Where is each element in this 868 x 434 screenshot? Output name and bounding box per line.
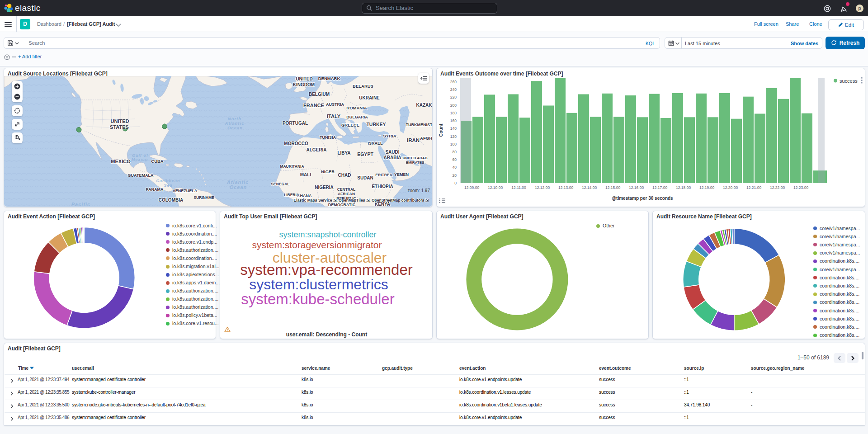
svg-text:SURINAME: SURINAME	[193, 195, 214, 200]
svg-text:40: 40	[453, 165, 457, 170]
svg-text:20: 20	[453, 173, 457, 178]
svg-text:MOROCCO: MOROCCO	[284, 141, 308, 146]
svg-text:MEXICO: MEXICO	[111, 159, 131, 164]
svg-text:TUNISIA: TUNISIA	[320, 135, 336, 140]
svg-text:BELARUS: BELARUS	[353, 84, 373, 89]
svg-text:12:14:00: 12:14:00	[582, 185, 597, 190]
svg-text:CUBA: CUBA	[151, 159, 164, 164]
svg-text:GREECE: GREECE	[341, 123, 359, 127]
svg-text:zoom: 1.97: zoom: 1.97	[408, 188, 430, 193]
svg-text:100: 100	[450, 142, 457, 146]
svg-text:12:20:00: 12:20:00	[723, 185, 738, 190]
svg-text:Mexico: Mexico	[132, 157, 148, 162]
svg-text:SUDAN: SUDAN	[357, 175, 373, 180]
svg-text:12:19:00: 12:19:00	[699, 185, 714, 190]
svg-text:DENMARK: DENMARK	[318, 76, 340, 81]
svg-text:UNITED: UNITED	[296, 76, 312, 81]
svg-text:Ocean: Ocean	[230, 184, 247, 190]
svg-text:SENEGAL: SENEGAL	[271, 182, 289, 186]
svg-text:80: 80	[453, 150, 457, 154]
svg-text:12:12:00: 12:12:00	[535, 185, 550, 190]
svg-text:KAZAK: KAZAK	[416, 103, 433, 108]
svg-text:NIGER: NIGER	[321, 169, 335, 174]
svg-text:BELGIUM: BELGIUM	[309, 92, 330, 97]
svg-text:AFGHA: AFGHA	[420, 136, 432, 141]
svg-text:12:21:00: 12:21:00	[746, 185, 761, 190]
svg-text:TURKMENISTA: TURKMENISTA	[406, 123, 432, 127]
svg-text:Sea: Sea	[164, 183, 172, 188]
svg-text:Caribbean: Caribbean	[156, 179, 180, 183]
svg-text:ERITREA: ERITREA	[375, 173, 392, 177]
svg-text:CENTRAL: CENTRAL	[337, 187, 356, 192]
svg-text:EGYPT: EGYPT	[357, 151, 373, 157]
svg-text:AFRICAN: AFRICAN	[338, 192, 355, 196]
svg-text:Elastic Maps Service ⇲, OpenM: Elastic Maps Service ⇲, OpenMapTiles ⇲, …	[294, 198, 429, 203]
svg-text:MAURITANIA: MAURITANIA	[280, 164, 304, 169]
svg-text:140: 140	[450, 126, 457, 131]
svg-text:EMIRATES: EMIRATES	[406, 160, 425, 165]
svg-text:NIGERIA: NIGERIA	[315, 185, 334, 190]
svg-text:220: 220	[450, 95, 457, 99]
svg-text:LIBERIA: LIBERIA	[284, 193, 299, 197]
svg-text:success: success	[840, 78, 858, 84]
svg-text:BULGARIA: BULGARIA	[346, 115, 368, 119]
svg-text:COLOMBIA: COLOMBIA	[159, 198, 183, 203]
svg-text:ALGERIA: ALGERIA	[307, 147, 327, 152]
svg-text:ITALY: ITALY	[327, 113, 341, 119]
svg-text:12:13:00: 12:13:00	[558, 185, 573, 190]
svg-text:CHAD: CHAD	[338, 173, 351, 178]
svg-text:KINGDOM: KINGDOM	[293, 82, 315, 87]
svg-text:240: 240	[450, 87, 457, 92]
svg-text:200: 200	[450, 103, 457, 108]
svg-text:ETHIOPIA: ETHIOPIA	[372, 184, 393, 189]
svg-text:UNITED ARAB: UNITED ARAB	[403, 156, 428, 160]
svg-text:160: 160	[450, 118, 457, 123]
svg-text:Ocean: Ocean	[227, 125, 243, 130]
svg-text:TURKEY: TURKEY	[366, 122, 386, 127]
svg-text:60: 60	[453, 157, 457, 162]
svg-text:Count: Count	[439, 123, 443, 137]
svg-text:MALI: MALI	[300, 172, 311, 177]
svg-text:YEMEN: YEMEN	[394, 172, 409, 177]
svg-text:12:09:00: 12:09:00	[464, 185, 479, 190]
svg-text:ROMANIA: ROMANIA	[346, 105, 367, 110]
svg-text:PANAMA: PANAMA	[146, 187, 164, 192]
svg-text:SAUDI: SAUDI	[385, 150, 399, 155]
svg-text:0: 0	[454, 181, 457, 185]
svg-text:12:18:00: 12:18:00	[676, 185, 691, 190]
svg-text:UNITED: UNITED	[111, 118, 129, 124]
svg-text:ARABIA: ARABIA	[384, 155, 401, 160]
svg-text:12:10:00: 12:10:00	[488, 185, 503, 190]
svg-text:PORTUGAL: PORTUGAL	[283, 121, 308, 126]
svg-text:UKRAINE: UKRAINE	[359, 95, 380, 100]
svg-text:AUSTRIA: AUSTRIA	[326, 102, 344, 107]
svg-text:GUATEMALA: GUATEMALA	[128, 173, 154, 178]
svg-text:VENEZUELA: VENEZUELA	[173, 189, 198, 193]
svg-text:IRAN: IRAN	[407, 137, 420, 143]
svg-text:DEMOCRATIC: DEMOCRATIC	[328, 203, 356, 207]
svg-text:12:17:00: 12:17:00	[652, 185, 667, 190]
svg-text:FRANCE: FRANCE	[303, 103, 324, 108]
svg-text:LIBYA: LIBYA	[337, 151, 350, 156]
svg-text:12:15:00: 12:15:00	[605, 185, 620, 190]
svg-text:STATES: STATES	[110, 124, 129, 130]
svg-text:SYRIA: SYRIA	[383, 133, 396, 138]
svg-text:260: 260	[450, 80, 457, 84]
svg-text:12:11:00: 12:11:00	[511, 185, 526, 190]
svg-text:12:16:00: 12:16:00	[629, 185, 644, 190]
svg-text:Pacific: Pacific	[71, 202, 90, 207]
svg-text:12:22:00: 12:22:00	[770, 185, 785, 190]
svg-text:120: 120	[450, 134, 457, 139]
svg-text:180: 180	[450, 111, 457, 115]
svg-text:@timestamp per 30 seconds: @timestamp per 30 seconds	[612, 196, 673, 201]
svg-text:ISRAEL: ISRAEL	[368, 141, 383, 146]
svg-text:12:23:00: 12:23:00	[793, 185, 808, 190]
